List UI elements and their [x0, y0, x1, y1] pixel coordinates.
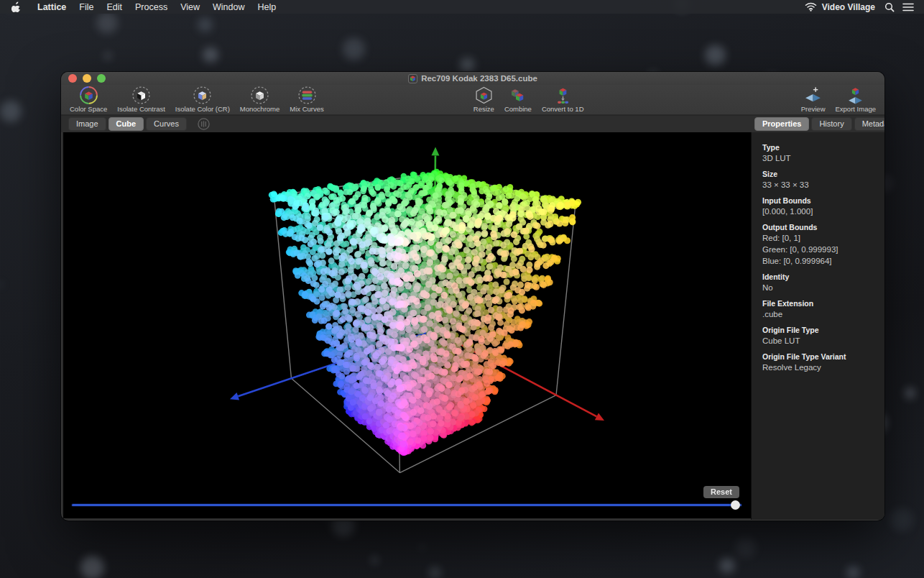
apple-menu[interactable] [11, 1, 21, 12]
monochrome-icon [251, 86, 269, 104]
export-image-button[interactable]: Export Image [833, 86, 879, 114]
toolbar-label: Mix Curves [290, 105, 324, 113]
isolate-color-button[interactable]: Isolate Color (CR) [172, 86, 233, 114]
toolbar-label: Resize [473, 105, 494, 113]
toolbar-label: Monochrome [240, 105, 279, 113]
toolbar-label: Isolate Contrast [117, 105, 165, 113]
isolate-color-icon [193, 86, 211, 104]
property-label: Type [762, 143, 884, 152]
close-button[interactable] [68, 74, 77, 83]
zoom-button[interactable] [97, 74, 106, 83]
property-value: 3D LUT [762, 154, 884, 163]
tab-history[interactable]: History [811, 117, 851, 131]
preview-icon [804, 86, 822, 104]
lut-cube-3d-view[interactable] [63, 132, 749, 518]
tab-cube[interactable]: Cube [108, 117, 144, 131]
tab-curves[interactable]: Curves [146, 117, 187, 131]
menu-item-file[interactable]: File [73, 2, 100, 12]
slider-track[interactable] [72, 504, 741, 506]
preview-button[interactable]: Preview [798, 86, 828, 114]
resize-button[interactable]: Resize [471, 86, 497, 114]
menu-item-view[interactable]: View [174, 2, 206, 12]
menu-item-edit[interactable]: Edit [100, 2, 129, 12]
toolbar-label: Convert to 1D [542, 105, 584, 113]
color-space-icon [80, 86, 98, 104]
properties-panel: Type3D LUTSize33 × 33 × 33Input Bounds[0… [751, 132, 884, 520]
menu-item-process[interactable]: Process [129, 2, 174, 12]
wifi-network-name[interactable]: Video Village [822, 2, 875, 12]
lattice-window: Rec709 Kodak 2383 D65.cube Color Space [61, 72, 884, 520]
isolate-contrast-icon [132, 86, 150, 104]
property-label: Input Bounds [762, 196, 884, 205]
minimize-button[interactable] [83, 74, 91, 83]
title-bar[interactable]: Rec709 Kodak 2383 D65.cube [61, 72, 884, 85]
list-menu-icon[interactable] [902, 3, 914, 12]
property-label: Origin File Type [762, 326, 884, 334]
wifi-icon[interactable] [805, 2, 817, 12]
property-value: Blue: [0, 0.999964] [762, 257, 884, 266]
convert-to-1d-button[interactable]: Convert to 1D [539, 86, 587, 114]
timeline-slider[interactable] [72, 500, 741, 510]
property-value: Resolve Legacy [762, 363, 884, 372]
property-value: [0.000, 1.000] [762, 207, 884, 216]
isolate-contrast-button[interactable]: Isolate Contrast [114, 86, 168, 114]
combine-button[interactable]: Combine [502, 86, 535, 114]
property-value: No [762, 283, 884, 293]
monochrome-button[interactable]: Monochrome [237, 86, 282, 114]
color-space-button[interactable]: Color Space [67, 86, 110, 114]
menu-bar: Lattice File Edit Process View Window He… [0, 0, 924, 14]
tab-image[interactable]: Image [68, 117, 106, 131]
property-label: Identity [762, 272, 884, 281]
resize-icon [475, 86, 493, 104]
property-label: Output Bounds [762, 223, 884, 231]
convert-to-1d-icon [554, 86, 572, 104]
toolbar-label: Isolate Color (CR) [175, 105, 230, 113]
cube-viewport[interactable]: Reset [63, 132, 751, 518]
property-value: Green: [0, 0.999993] [762, 245, 884, 254]
toolbar-label: Preview [801, 105, 826, 113]
tab-metadata[interactable]: Metadata [854, 117, 884, 131]
search-icon[interactable] [884, 2, 895, 12]
property-label: Size [762, 170, 884, 178]
document-proxy-icon [408, 74, 417, 83]
mix-curves-icon [298, 86, 316, 104]
grid-display-icon[interactable] [198, 118, 210, 130]
property-value: .cube [762, 310, 884, 319]
toolbar-label: Export Image [836, 105, 877, 113]
tab-properties[interactable]: Properties [754, 117, 809, 131]
menu-item-help[interactable]: Help [251, 2, 283, 12]
menu-item-window[interactable]: Window [206, 2, 251, 12]
mix-curves-button[interactable]: Mix Curves [287, 86, 327, 114]
menu-item-lattice[interactable]: Lattice [31, 2, 73, 12]
property-label: File Extension [762, 299, 884, 308]
property-label: Origin File Type Variant [762, 352, 884, 361]
toolbar: Color Space Isolate Contrast [61, 85, 884, 115]
reset-button[interactable]: Reset [703, 486, 739, 498]
toolbar-label: Combine [504, 105, 532, 113]
combine-icon [509, 86, 527, 104]
window-title: Rec709 Kodak 2383 D65.cube [421, 74, 537, 83]
apple-logo-icon [11, 1, 21, 12]
tab-bar: Image Cube Curves Properties History Met… [61, 115, 884, 132]
export-image-icon [846, 86, 864, 104]
property-value: Cube LUT [762, 336, 884, 346]
property-value: Red: [0, 1] [762, 234, 884, 243]
toolbar-label: Color Space [70, 105, 107, 113]
property-value: 33 × 33 × 33 [762, 180, 884, 190]
slider-thumb[interactable] [731, 500, 740, 510]
